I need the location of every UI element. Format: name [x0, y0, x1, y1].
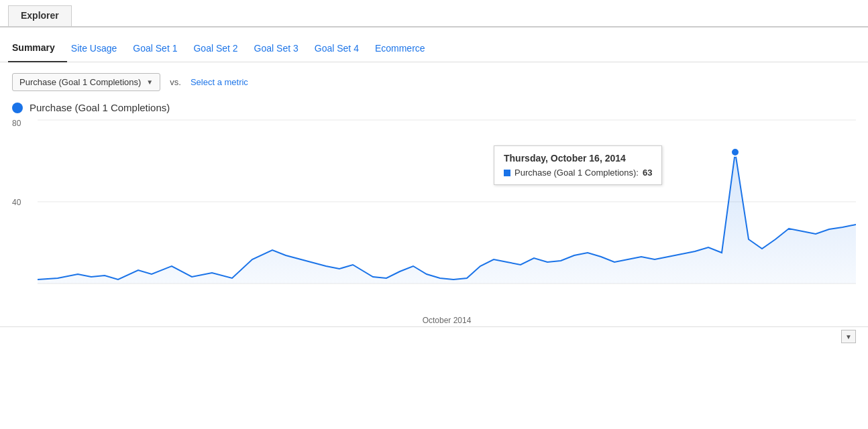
tab-goal-set-1[interactable]: Goal Set 1 — [129, 38, 189, 62]
y-label-40: 40 — [12, 198, 21, 207]
chart-svg-wrapper: Thursday, October 16, 2014 Purchase (Goa… — [38, 119, 856, 285]
nav-tabs: Summary Site Usage Goal Set 1 Goal Set 2… — [0, 27, 868, 62]
tab-goal-set-3[interactable]: Goal Set 3 — [250, 38, 311, 62]
explorer-tab-bar: Explorer — [0, 0, 868, 27]
metric-dropdown-label: Purchase (Goal 1 Completions) — [19, 77, 141, 87]
controls-row: Purchase (Goal 1 Completions) ▼ vs. Sele… — [0, 62, 868, 97]
legend-label: Purchase (Goal 1 Completions) — [30, 102, 170, 113]
tab-goal-set-2[interactable]: Goal Set 2 — [189, 38, 250, 62]
explorer-tab[interactable]: Explorer — [8, 5, 72, 26]
scrollbar-area: ▼ — [0, 326, 868, 346]
tab-summary[interactable]: Summary — [8, 37, 67, 62]
tab-site-usage[interactable]: Site Usage — [67, 38, 129, 62]
select-metric-link[interactable]: Select a metric — [191, 77, 248, 87]
dropdown-arrow-icon: ▼ — [146, 78, 153, 86]
vs-label: vs. — [170, 77, 181, 87]
y-label-80: 80 — [12, 119, 21, 128]
tab-goal-set-4[interactable]: Goal Set 4 — [311, 38, 371, 62]
scroll-down-button[interactable]: ▼ — [841, 330, 856, 343]
tab-ecommerce[interactable]: Ecommerce — [371, 38, 437, 62]
metric-dropdown[interactable]: Purchase (Goal 1 Completions) ▼ — [12, 73, 160, 91]
y-axis-labels: 80 40 — [12, 119, 21, 280]
legend-dot-icon — [12, 103, 23, 113]
chart-container: 80 40 T — [12, 119, 856, 313]
chart-svg — [38, 119, 856, 285]
legend-row: Purchase (Goal 1 Completions) — [0, 97, 868, 116]
x-axis-label: October 2014 — [0, 316, 868, 325]
peak-dot — [731, 148, 739, 156]
